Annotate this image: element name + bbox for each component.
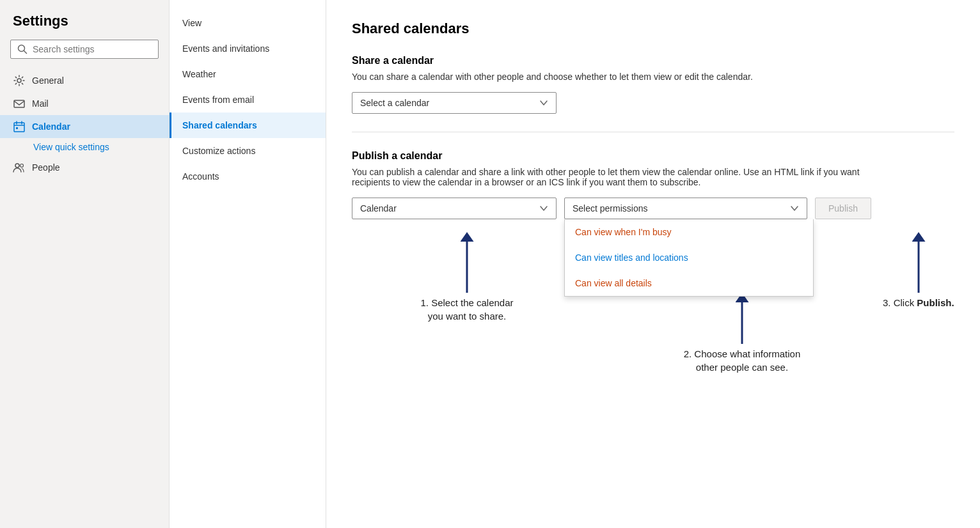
calendar-icon	[13, 120, 26, 133]
view-quick-settings[interactable]: View quick settings	[0, 138, 169, 156]
sidebar-item-calendar[interactable]: Calendar	[0, 115, 169, 138]
sidebar-item-general-label: General	[32, 75, 64, 86]
permissions-dropdown-container: Select permissions Can view when I'm bus…	[564, 198, 807, 219]
permission-option-busy[interactable]: Can view when I'm busy	[565, 219, 813, 245]
sidebar-item-calendar-label: Calendar	[32, 121, 70, 132]
publish-section-desc: You can publish a calendar and share a l…	[352, 167, 876, 187]
search-icon	[17, 44, 28, 54]
arrow-up-3	[906, 232, 931, 296]
svg-rect-5	[16, 127, 18, 129]
chevron-down-icon	[539, 98, 548, 107]
svg-rect-4	[14, 123, 24, 132]
chevron-down-icon-2	[539, 204, 548, 213]
mid-nav-events-invitations[interactable]: Events and invitations	[170, 36, 326, 61]
mid-nav-accounts[interactable]: Accounts	[170, 164, 326, 189]
page-title: Shared calendars	[352, 20, 954, 37]
people-icon	[13, 161, 26, 174]
mid-nav-shared-calendars[interactable]: Shared calendars	[170, 113, 326, 138]
svg-line-1	[24, 51, 27, 54]
share-calendar-select[interactable]: Select a calendar	[352, 92, 557, 114]
mid-nav: View Events and invitations Weather Even…	[170, 0, 326, 528]
svg-point-2	[17, 79, 21, 82]
publish-button[interactable]: Publish	[815, 198, 871, 219]
sidebar-item-people-label: People	[32, 162, 60, 173]
permissions-placeholder: Select permissions	[573, 203, 648, 214]
annotation-3-text: 3. Click Publish.	[883, 296, 954, 309]
share-section-desc: You can share a calendar with other peop…	[352, 72, 876, 82]
svg-rect-3	[14, 100, 24, 107]
permissions-dropdown-menu: Can view when I'm busy Can view titles a…	[564, 219, 814, 297]
sidebar-item-general[interactable]: General	[0, 69, 169, 92]
annotation-2: 2. Choose what information other people …	[672, 296, 812, 374]
sidebar-item-mail[interactable]: Mail	[0, 92, 169, 115]
main-content: Shared calendars Share a calendar You ca…	[326, 0, 980, 528]
mail-icon	[13, 97, 26, 110]
annotation-1: 1. Select the calendar you want to share…	[416, 232, 518, 323]
section-divider	[352, 132, 954, 132]
sidebar: Settings General Mail Calendar View	[0, 0, 170, 528]
permissions-select[interactable]: Select permissions	[564, 198, 807, 219]
chevron-down-icon-3	[790, 204, 799, 213]
publish-calendar-value: Calendar	[360, 203, 397, 214]
publish-calendar-select[interactable]: Calendar	[352, 198, 557, 219]
svg-point-7	[20, 164, 24, 167]
sidebar-title: Settings	[0, 13, 169, 40]
search-input[interactable]	[33, 44, 152, 54]
permission-option-details[interactable]: Can view all details	[565, 270, 813, 296]
svg-point-6	[15, 164, 19, 167]
mid-nav-events-from-email[interactable]: Events from email	[170, 87, 326, 113]
sidebar-item-mail-label: Mail	[32, 98, 49, 109]
arrow-up-2	[729, 296, 755, 347]
permission-option-titles[interactable]: Can view titles and locations	[565, 245, 813, 270]
gear-icon	[13, 74, 26, 87]
sidebar-item-people[interactable]: People	[0, 156, 169, 179]
annotation-1-text: 1. Select the calendar you want to share…	[416, 296, 518, 323]
annotation-2-text: 2. Choose what information other people …	[672, 347, 812, 374]
publish-calendar-section: Publish a calendar You can publish a cal…	[352, 150, 954, 424]
publish-row: Calendar Select permissions Can view whe…	[352, 198, 954, 219]
share-calendar-placeholder: Select a calendar	[360, 98, 429, 108]
share-calendar-section: Share a calendar You can share a calenda…	[352, 55, 954, 114]
arrow-up-1	[454, 232, 480, 296]
mid-nav-customize-actions[interactable]: Customize actions	[170, 138, 326, 164]
search-box[interactable]	[10, 40, 159, 59]
share-section-title: Share a calendar	[352, 55, 954, 66]
annotation-3: 3. Click Publish.	[883, 232, 954, 309]
mid-nav-weather[interactable]: Weather	[170, 61, 326, 87]
mid-nav-view[interactable]: View	[170, 10, 326, 36]
publish-section-title: Publish a calendar	[352, 150, 954, 162]
